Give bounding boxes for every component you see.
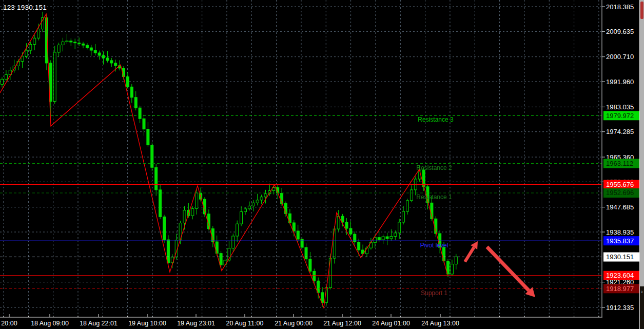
trading-terminal-window: { "window": {"width": 1255, "height": 64… — [0, 0, 644, 329]
candle-body — [82, 44, 85, 45]
candle-body — [98, 53, 101, 55]
arrow-shaft — [465, 247, 474, 262]
expand-chevron-icon[interactable]: › — [640, 289, 644, 295]
time-tick-label: 21 Aug 00:00 — [275, 320, 313, 327]
candle-body — [236, 224, 239, 236]
candle-body — [232, 236, 235, 248]
candle-body — [110, 61, 113, 63]
candle-body — [42, 17, 44, 29]
candle-body — [196, 193, 198, 208]
candle-body — [410, 190, 413, 201]
candle-body — [179, 223, 182, 240]
candle-body — [70, 41, 72, 42]
price-tick-label: 1912.335 — [606, 304, 634, 312]
candle-body — [37, 29, 40, 38]
candle-body — [220, 254, 222, 265]
level-label[interactable]: Pivot level — [420, 242, 448, 249]
candle-body — [147, 129, 149, 145]
candle-body — [126, 76, 129, 87]
candle-body — [309, 259, 311, 272]
candle-body — [130, 87, 133, 97]
price-level-badge-label: 1979.972 — [606, 112, 634, 120]
candle-body — [240, 211, 243, 224]
candle-body — [33, 38, 36, 44]
time-tick-label: 24 Aug 13:00 — [421, 320, 459, 327]
price-level-badge-label: 1952.696 — [606, 189, 634, 197]
candle-body — [252, 203, 255, 206]
candle-body — [301, 239, 303, 247]
candle-body — [94, 50, 96, 53]
candle-body — [21, 56, 24, 62]
price-level-badge-label: 1923.604 — [606, 272, 634, 279]
candle-body — [66, 41, 68, 42]
price-level-badge-label: 1963.112 — [606, 160, 633, 167]
candle-body — [62, 42, 64, 45]
price-level-badge-label: 1930.151 — [606, 253, 634, 261]
candle-body — [402, 211, 405, 222]
price-tick-label: 1983.035 — [606, 103, 634, 111]
candle-body — [57, 45, 60, 52]
candle-body — [74, 42, 76, 43]
symbol-quote-text: .123 1930.151 — [1, 4, 47, 11]
level-label[interactable]: Resistance 2 — [416, 164, 452, 171]
arrow-shaft — [487, 247, 529, 291]
candle-body — [455, 257, 457, 264]
candle-body — [406, 201, 409, 211]
candle-body — [159, 190, 162, 217]
time-tick-label: 19 Aug 10:00 — [128, 320, 166, 327]
price-tick-label: 2000.710 — [606, 53, 634, 61]
candle-body — [5, 75, 7, 80]
level-label[interactable]: Resistance 3 — [418, 116, 454, 123]
price-level-badge-label: 1918.977 — [606, 285, 634, 293]
candle-body — [292, 223, 295, 231]
candle-body — [167, 240, 169, 263]
candle-body — [123, 68, 125, 77]
candles — [1, 12, 458, 307]
time-tick-label: 18 Aug 22:01 — [80, 320, 118, 327]
price-tick-label: 1991.960 — [606, 78, 634, 86]
candle-body — [260, 197, 263, 200]
adjacent-window-edge: › — [639, 0, 644, 329]
price-tick-label: 1974.285 — [606, 128, 634, 136]
candle-body — [329, 258, 331, 287]
candle-body — [155, 167, 158, 190]
candle-body — [382, 237, 384, 240]
candle-body — [78, 43, 81, 44]
candle-body — [163, 217, 166, 240]
candle-body — [25, 50, 28, 56]
price-tick-label: 1938.935 — [606, 228, 634, 236]
candle-body — [139, 108, 141, 119]
candle-body — [86, 45, 88, 48]
level-label[interactable]: Resistance 1 — [416, 193, 452, 201]
arrow-annotation[interactable] — [465, 241, 478, 262]
price-chart[interactable]: Resistance 3Resistance 2Resistance 1Pivo… — [0, 0, 644, 329]
candle-body — [244, 209, 247, 212]
price-tick-label: 2018.385 — [606, 3, 634, 11]
candle-body — [398, 222, 401, 233]
candle-body — [394, 233, 397, 237]
price-tick-label: 2009.635 — [606, 28, 634, 35]
candle-body — [102, 55, 105, 58]
candle-body — [264, 194, 267, 197]
candle-body — [386, 237, 388, 239]
candle-body — [256, 200, 259, 203]
level-label[interactable]: Support 1 — [421, 289, 447, 297]
candle-body — [53, 52, 56, 102]
time-tick-label: 21 Aug 12:00 — [323, 320, 361, 327]
edge-dark-panel: › — [640, 286, 644, 329]
time-tick-label: 24 Aug 01:00 — [372, 320, 410, 327]
candle-body — [297, 231, 299, 239]
candle-body — [317, 281, 320, 293]
time-tick-label: 20:00 — [1, 320, 17, 327]
candle-body — [313, 271, 316, 281]
edge-logo-fragment — [640, 2, 643, 19]
grid-horizontal — [0, 7, 601, 307]
price-tick-label: 1947.685 — [606, 203, 634, 211]
candle-body — [106, 58, 109, 61]
arrow-annotation[interactable] — [487, 247, 535, 297]
candle-body — [305, 247, 307, 259]
price-level-badge-label: 1935.837 — [606, 237, 634, 245]
candle-body — [378, 238, 380, 240]
candle-body — [422, 170, 425, 187]
candle-body — [374, 238, 376, 243]
